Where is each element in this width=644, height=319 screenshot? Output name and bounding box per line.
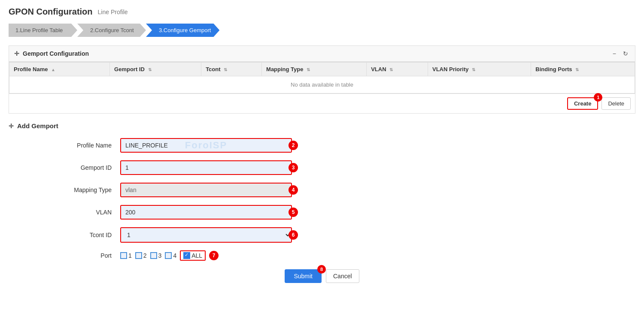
page-subtitle: Line Profile: [98, 9, 128, 15]
tcont-id-wrapper: 1 2 3 4 6: [120, 227, 292, 243]
label-profile-name: Profile Name: [43, 142, 120, 149]
label-mapping-type: Mapping Type: [43, 187, 120, 193]
table-footer: Create 1 Delete: [9, 94, 635, 114]
delete-button[interactable]: Delete: [601, 97, 631, 110]
cancel-button[interactable]: Cancel: [326, 269, 359, 283]
port-item-3: 3: [150, 252, 162, 259]
sort-icon-tcont: [224, 67, 227, 72]
port-3-label: 3: [158, 252, 162, 259]
col-profile-name[interactable]: Profile Name: [9, 63, 110, 76]
vlan-badge: 5: [289, 208, 298, 217]
sort-icon-vlan-priority: [472, 67, 475, 72]
port-item-2: 2: [135, 252, 147, 259]
mapping-type-badge: 4: [289, 185, 298, 195]
port-all-checkbox[interactable]: [183, 252, 190, 259]
wizard-step-3-label: 3.Configure Gemport: [159, 27, 211, 33]
col-tcont[interactable]: Tcont: [201, 63, 262, 76]
port-item-1: 1: [120, 252, 132, 259]
gemport-id-input[interactable]: [120, 160, 292, 175]
gemport-table-wrapper: Profile Name Gemport ID Tcont Mapping Ty…: [9, 62, 635, 94]
wizard-step-2-label: 2.Configure Tcont: [90, 27, 134, 33]
port-2-checkbox[interactable]: [135, 252, 142, 259]
wizard-step-1-label: 1.Line Profile Table: [15, 27, 63, 33]
sort-icon-vlan: [389, 67, 393, 72]
col-binding-ports-label: Binding Ports: [535, 66, 572, 72]
profile-name-wrapper: ForoISP 2: [120, 138, 292, 153]
col-gemport-id[interactable]: Gemport ID: [110, 63, 201, 76]
form-group-vlan: VLAN 5: [9, 205, 635, 220]
submit-badge: 8: [317, 265, 326, 274]
label-tcont-id: Tcont ID: [43, 232, 120, 238]
form-group-gemport-id: Gemport ID 3: [9, 160, 635, 175]
gemport-id-badge: 3: [289, 163, 298, 172]
vlan-wrapper: 5: [120, 205, 292, 220]
table-empty-message: No data available in table: [291, 81, 353, 88]
wizard-step-2[interactable]: 2.Configure Tcont: [77, 24, 146, 37]
gemport-id-wrapper: 3: [120, 160, 292, 175]
port-4-label: 4: [173, 252, 176, 259]
wizard-steps: 1.Line Profile Table 2.Configure Tcont 3…: [9, 24, 635, 37]
profile-name-input[interactable]: [120, 138, 292, 153]
refresh-button[interactable]: ↻: [621, 49, 630, 58]
port-badge: 7: [209, 251, 219, 260]
add-gemport-header: Add Gemport: [9, 122, 635, 129]
gemport-table: Profile Name Gemport ID Tcont Mapping Ty…: [9, 62, 635, 93]
port-group: 1 2 3 4 ALL: [120, 250, 206, 261]
form-group-tcont-id: Tcont ID 1 2 3 4 6: [9, 227, 635, 243]
col-tcont-label: Tcont: [206, 66, 220, 72]
sort-icon-gemport-id: [148, 67, 152, 72]
port-1-checkbox[interactable]: [120, 252, 127, 259]
sort-icon-binding-ports: [575, 67, 579, 72]
gemport-config-title: Gemport Configuration: [14, 50, 89, 57]
port-4-checkbox[interactable]: [165, 252, 172, 259]
port-group-wrapper: 1 2 3 4 ALL: [120, 250, 219, 261]
profile-name-badge: 2: [289, 141, 298, 150]
form-group-profile-name: Profile Name ForoISP 2: [9, 138, 635, 153]
port-all-label: ALL: [191, 252, 202, 259]
tcont-id-select[interactable]: 1 2 3 4: [120, 227, 292, 243]
create-button-wrapper: Create 1: [567, 97, 598, 110]
port-all-wrapper: ALL: [180, 250, 206, 261]
vlan-input[interactable]: [120, 205, 292, 220]
col-binding-ports[interactable]: Binding Ports: [531, 63, 635, 76]
col-profile-name-label: Profile Name: [14, 66, 48, 72]
section-actions: − ↻: [611, 49, 630, 58]
submit-button-wrapper: 8 Submit: [285, 269, 322, 283]
collapse-button[interactable]: −: [611, 49, 618, 58]
form-group-port: Port 1 2 3: [9, 250, 635, 261]
create-button[interactable]: Create: [567, 97, 598, 110]
form-actions: 8 Submit Cancel: [9, 269, 635, 283]
col-mapping-type[interactable]: Mapping Type: [262, 63, 367, 76]
label-vlan: VLAN: [43, 209, 120, 216]
sort-icon-profile-name: [51, 67, 55, 72]
table-empty-row: No data available in table: [9, 76, 635, 93]
submit-button[interactable]: Submit: [285, 269, 322, 283]
create-badge: 1: [594, 93, 602, 102]
sort-icon-mapping-type: [307, 67, 310, 72]
push-pin-icon: [14, 50, 19, 57]
wizard-step-3[interactable]: 3.Configure Gemport: [146, 24, 219, 37]
gemport-config-label: Gemport Configuration: [23, 50, 89, 57]
mapping-type-wrapper: 4: [120, 183, 292, 197]
col-vlan-priority[interactable]: VLAN Priority: [428, 63, 531, 76]
add-gemport-section: Add Gemport Profile Name ForoISP 2 Gempo…: [9, 122, 635, 283]
wizard-step-1[interactable]: 1.Line Profile Table: [9, 24, 77, 37]
page-title: GPON Configuration: [9, 7, 93, 17]
tcont-id-badge: 6: [289, 230, 298, 240]
col-mapping-type-label: Mapping Type: [266, 66, 303, 72]
col-vlan[interactable]: VLAN: [367, 63, 428, 76]
mapping-type-input[interactable]: [120, 183, 292, 197]
port-1-label: 1: [128, 252, 132, 259]
port-item-4: 4: [165, 252, 176, 259]
port-3-checkbox[interactable]: [150, 252, 157, 259]
port-2-label: 2: [143, 252, 147, 259]
col-vlan-label: VLAN: [371, 66, 386, 72]
add-gemport-title: Add Gemport: [17, 122, 58, 129]
form-group-mapping-type: Mapping Type 4: [9, 183, 635, 197]
gemport-config-section-header: Gemport Configuration − ↻: [9, 45, 635, 62]
col-gemport-id-label: Gemport ID: [114, 66, 145, 72]
label-gemport-id: Gemport ID: [43, 164, 120, 171]
label-port: Port: [43, 252, 120, 259]
col-vlan-priority-label: VLAN Priority: [432, 66, 469, 72]
add-gemport-icon: [9, 122, 14, 129]
